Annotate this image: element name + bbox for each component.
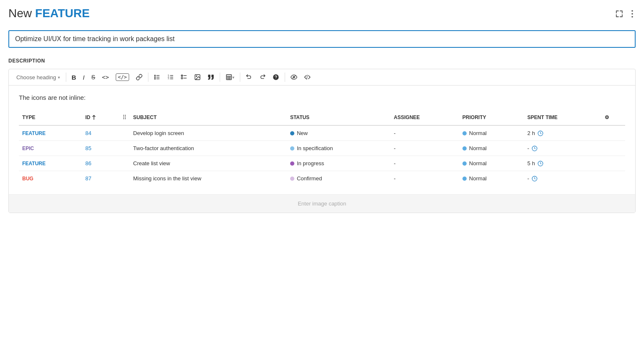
col-status: STATUS bbox=[287, 109, 390, 125]
col-assignee: ASSIGNEE bbox=[390, 109, 459, 125]
cell-assignee: - bbox=[390, 171, 459, 186]
clock-icon bbox=[538, 130, 543, 136]
blockquote-button[interactable] bbox=[205, 72, 217, 82]
editor-toolbar: Choose heading ▾ B I S <> </> bbox=[9, 69, 635, 86]
col-drag bbox=[119, 109, 130, 125]
svg-rect-21 bbox=[226, 75, 231, 80]
title-input[interactable]: Optimize UI/UX for time tracking in work… bbox=[8, 30, 636, 48]
svg-rect-17 bbox=[181, 78, 182, 79]
bold-button[interactable]: B bbox=[69, 72, 79, 83]
work-packages-table: TYPE ID bbox=[19, 109, 625, 186]
col-priority: PRIORITY bbox=[459, 109, 524, 125]
image-caption[interactable]: Enter image caption bbox=[9, 194, 635, 213]
ordered-list-button[interactable]: 1.2.3. bbox=[164, 72, 177, 82]
chevron-down-icon: ▾ bbox=[58, 75, 60, 80]
cell-drag bbox=[119, 171, 130, 186]
table-button[interactable]: ▾ bbox=[223, 72, 237, 82]
expand-button[interactable] bbox=[613, 8, 626, 19]
italic-button[interactable]: I bbox=[80, 72, 88, 83]
cell-actions bbox=[601, 141, 625, 156]
svg-point-1 bbox=[631, 13, 633, 15]
toolbar-separator-5 bbox=[285, 73, 285, 82]
cell-actions bbox=[601, 125, 625, 141]
cell-drag bbox=[119, 156, 130, 171]
cell-subject: Develop login screen bbox=[130, 125, 287, 141]
cell-actions bbox=[601, 156, 625, 171]
toolbar-separator-2 bbox=[148, 73, 148, 82]
svg-text:3.: 3. bbox=[168, 78, 169, 80]
cell-priority: Normal bbox=[459, 156, 524, 171]
col-subject: SUBJECT bbox=[130, 109, 287, 125]
code-block-button[interactable]: </> bbox=[113, 72, 132, 83]
cell-spent-time: 2 h bbox=[524, 125, 602, 141]
cell-spent-time: 5 h bbox=[524, 156, 602, 171]
cell-actions bbox=[601, 171, 625, 186]
svg-point-34 bbox=[125, 118, 125, 119]
undo-button[interactable] bbox=[243, 72, 255, 82]
editor-intro-text: The icons are not inline: bbox=[19, 94, 625, 101]
table-row: BUG 87 Missing icons in the list view Co… bbox=[19, 171, 625, 186]
svg-point-7 bbox=[154, 77, 155, 78]
svg-point-31 bbox=[123, 117, 124, 117]
svg-point-30 bbox=[125, 115, 125, 116]
col-spent-time: SPENT TIME bbox=[524, 109, 602, 125]
col-settings[interactable]: ⚙ bbox=[601, 109, 625, 125]
cell-id[interactable]: 85 bbox=[82, 141, 119, 156]
svg-point-33 bbox=[123, 118, 124, 119]
cell-id[interactable]: 86 bbox=[82, 156, 119, 171]
redo-button[interactable] bbox=[256, 72, 269, 82]
more-options-button[interactable] bbox=[629, 8, 636, 19]
cell-drag bbox=[119, 141, 130, 156]
svg-point-6 bbox=[154, 75, 155, 76]
cell-assignee: - bbox=[390, 141, 459, 156]
cell-priority: Normal bbox=[459, 125, 524, 141]
cell-type[interactable]: BUG bbox=[19, 171, 82, 186]
cell-id[interactable]: 87 bbox=[82, 171, 119, 186]
table-row: FEATURE 84 Develop login screen New - No… bbox=[19, 125, 625, 141]
col-id: ID bbox=[82, 109, 119, 125]
heading-select[interactable]: Choose heading ▾ bbox=[13, 73, 63, 82]
bullet-list-button[interactable] bbox=[151, 72, 164, 82]
svg-point-29 bbox=[123, 115, 124, 116]
cell-assignee: - bbox=[390, 156, 459, 171]
cell-type[interactable]: FEATURE bbox=[19, 156, 82, 171]
clock-icon bbox=[532, 176, 538, 182]
table-row: FEATURE 86 Create list view In progress … bbox=[19, 156, 625, 171]
inline-code-button[interactable]: <> bbox=[99, 72, 112, 82]
svg-point-32 bbox=[125, 117, 125, 117]
cell-assignee: - bbox=[390, 125, 459, 141]
editor-container: Choose heading ▾ B I S <> </> bbox=[8, 69, 636, 213]
source-button[interactable] bbox=[301, 72, 314, 82]
cell-status: New bbox=[287, 125, 390, 141]
toolbar-separator-1 bbox=[66, 73, 66, 82]
cell-type[interactable]: EPIC bbox=[19, 141, 82, 156]
cell-type[interactable]: FEATURE bbox=[19, 125, 82, 141]
table-chevron-icon: ▾ bbox=[232, 75, 234, 80]
cell-spent-time: - bbox=[524, 141, 602, 156]
cell-spent-time: - bbox=[524, 171, 602, 186]
drag-icon bbox=[122, 114, 127, 120]
clock-icon bbox=[538, 161, 543, 166]
image-button[interactable] bbox=[191, 72, 204, 82]
cell-subject: Two-factor authentication bbox=[130, 141, 287, 156]
task-list-button[interactable] bbox=[178, 72, 190, 82]
cell-subject: Create list view bbox=[130, 156, 287, 171]
editor-content: The icons are not inline: TYPE ID bbox=[9, 86, 635, 194]
table-row: EPIC 85 Two-factor authentication In spe… bbox=[19, 141, 625, 156]
description-label: DESCRIPTION bbox=[8, 58, 636, 64]
svg-point-0 bbox=[631, 10, 633, 12]
col-type: TYPE bbox=[19, 109, 82, 125]
toolbar-separator-3 bbox=[220, 73, 220, 82]
cell-id[interactable]: 84 bbox=[82, 125, 119, 141]
svg-point-20 bbox=[196, 76, 197, 77]
cell-status: In specification bbox=[287, 141, 390, 156]
cell-subject: Missing icons in the list view bbox=[130, 171, 287, 186]
link-button[interactable] bbox=[133, 72, 145, 82]
page-title: New FEATURE bbox=[8, 7, 90, 20]
cell-status: In progress bbox=[287, 156, 390, 171]
preview-button[interactable] bbox=[288, 72, 300, 82]
strikethrough-button[interactable]: S bbox=[88, 72, 98, 82]
cell-priority: Normal bbox=[459, 141, 524, 156]
help-button[interactable] bbox=[270, 72, 282, 82]
sort-id-icon[interactable] bbox=[92, 114, 96, 120]
